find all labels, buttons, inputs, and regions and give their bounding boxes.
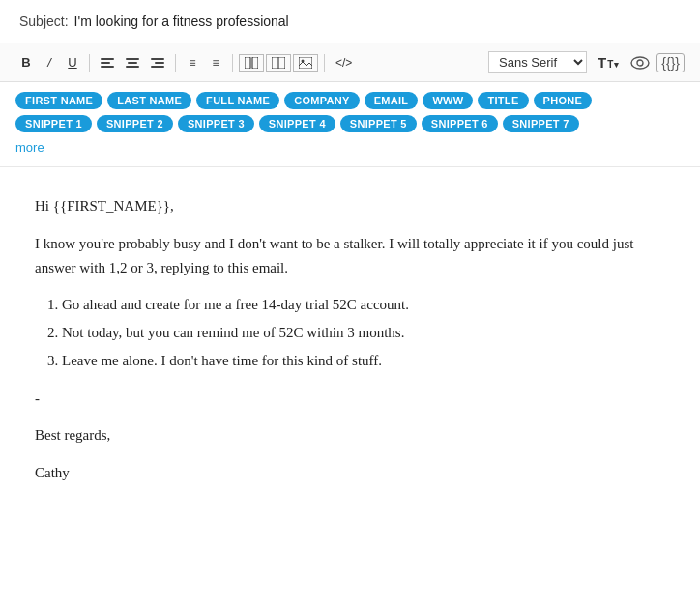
list-item-3: Leave me alone. I don't have time for th… [62,349,665,373]
tag-www[interactable]: WWW [423,92,473,109]
font-size-button[interactable]: TT▾ [593,51,624,73]
toolbar: B / U ≡ ≡ [0,43,700,82]
align-center-button[interactable] [121,55,144,71]
underline-button[interactable]: U [62,52,83,72]
insert-columns-button[interactable] [239,54,264,72]
subject-input[interactable] [74,14,681,29]
subject-row: Subject: [0,0,700,43]
tag-snippet-3[interactable]: SNIPPET 3 [178,115,254,132]
divider-4 [324,54,325,72]
signature: - Best regards, Cathy [35,387,665,485]
divider-2 [175,54,176,72]
curly-braces-icon: {{}} [661,55,680,71]
tag-snippet-7[interactable]: SNIPPET 7 [503,115,579,132]
tags-row-2: SNIPPET 1 SNIPPET 2 SNIPPET 3 SNIPPET 4 … [15,115,685,132]
eye-icon [630,56,650,70]
tags-row-1: FIRST NAME LAST NAME FULL NAME COMPANY E… [15,92,685,109]
greeting: Hi {{FIRST_NAME}}, [35,194,665,218]
columns-icon [245,57,258,69]
tag-last-name[interactable]: LAST NAME [107,92,191,109]
tag-full-name[interactable]: FULL NAME [196,92,279,109]
preview-button[interactable] [626,54,655,72]
closing: Best regards, [35,423,665,447]
list-item-1: Go ahead and create for me a free 14-day… [62,293,665,317]
insert-divider-button[interactable] [266,54,291,72]
font-size-t-large: T [598,54,606,71]
paragraph-1: I know you're probably busy and I don't … [35,232,665,280]
tag-snippet-6[interactable]: SNIPPET 6 [422,115,498,132]
divider-3 [232,54,233,72]
ordered-list-button[interactable]: ≡ [182,53,203,72]
list-item-2: Not today, but you can remind me of 52C … [62,321,665,345]
divider-1 [89,54,90,72]
svg-rect-0 [245,57,250,69]
subject-label: Subject: [19,14,69,29]
options-list: Go ahead and create for me a free 14-day… [62,293,665,372]
tag-first-name[interactable]: FIRST NAME [15,92,102,109]
font-family-select[interactable]: Sans Serif Serif Monospace [488,51,587,73]
tags-section: FIRST NAME LAST NAME FULL NAME COMPANY E… [0,82,700,167]
tag-snippet-5[interactable]: SNIPPET 5 [340,115,417,132]
align-center-icon [126,58,139,68]
sender-name: Cathy [35,461,665,485]
tag-company[interactable]: COMPANY [284,92,360,109]
variables-button[interactable]: {{}} [656,53,685,72]
svg-rect-1 [252,57,258,69]
font-size-t-small: T [607,59,613,70]
font-size-chevron: ▾ [614,60,619,70]
image-icon [299,57,312,69]
tag-title[interactable]: TITLE [478,92,528,109]
align-left-icon [101,58,114,68]
align-right-button[interactable] [146,55,169,71]
insert-image-button[interactable] [293,54,318,72]
tag-snippet-1[interactable]: SNIPPET 1 [15,115,92,132]
bold-button[interactable]: B [15,52,37,72]
align-right-icon [151,58,164,68]
svg-point-6 [631,57,649,69]
code-view-button[interactable]: </> [331,53,357,72]
editor-area[interactable]: Hi {{FIRST_NAME}}, I know you're probabl… [0,167,700,533]
svg-rect-4 [299,57,312,69]
italic-button[interactable]: / [39,52,60,72]
align-left-button[interactable] [96,55,119,71]
unordered-list-button[interactable]: ≡ [205,53,226,72]
tag-snippet-4[interactable]: SNIPPET 4 [259,115,335,132]
svg-point-7 [637,60,643,66]
more-link[interactable]: more [15,138,44,157]
divider-icon [272,57,285,69]
tag-email[interactable]: EMAIL [365,92,419,109]
tag-snippet-2[interactable]: SNIPPET 2 [97,115,173,132]
dash: - [35,387,665,411]
tag-phone[interactable]: PHONE [534,92,593,109]
